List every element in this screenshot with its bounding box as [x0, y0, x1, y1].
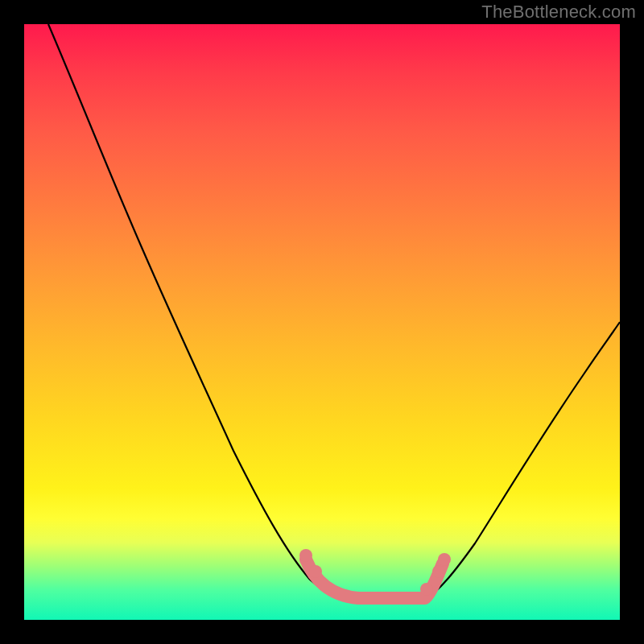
chart-frame: TheBottleneck.com [0, 0, 644, 644]
watermark-text: TheBottleneck.com [481, 2, 636, 23]
marker-dot [420, 583, 433, 596]
curve-right-branch [425, 322, 620, 599]
chart-plot-area [24, 24, 620, 620]
marker-dot [309, 565, 322, 578]
curve-left-branch [48, 24, 358, 599]
marker-dot [438, 553, 451, 566]
marker-dot [432, 565, 445, 578]
marker-dot [299, 549, 312, 562]
chart-svg [24, 24, 620, 620]
